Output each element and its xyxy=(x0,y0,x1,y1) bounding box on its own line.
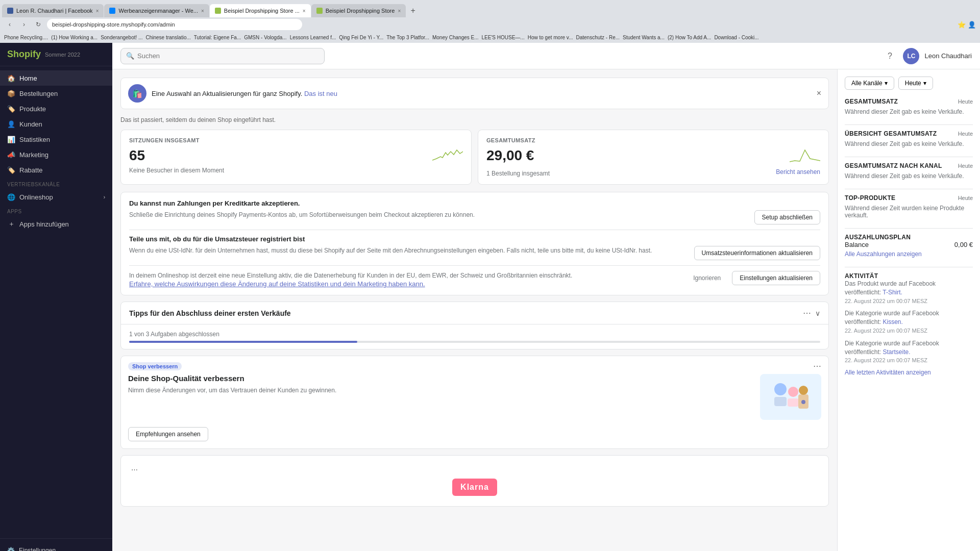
sidebar-item-einstellungen[interactable]: ⚙️ Einstellungen xyxy=(7,544,105,551)
bookmark-12[interactable]: How to get more v... xyxy=(528,35,573,40)
tab-close-1[interactable]: × xyxy=(96,8,99,14)
bookmark-3[interactable]: Sonderangebot! ... xyxy=(101,35,142,40)
sidebar-item-kunden-label: Kunden xyxy=(19,120,42,128)
bookmark-1[interactable]: Phone Recycling.... xyxy=(4,35,48,40)
sidebar-item-kunden[interactable]: 👤 Kunden xyxy=(0,116,112,132)
bookmark-7[interactable]: Lessons Learned f... xyxy=(290,35,336,40)
bookmark-10[interactable]: Money Changes E... xyxy=(432,35,479,40)
klarna-card: ⋯ Klarna xyxy=(120,455,829,507)
channel-filter-label: Alle Kanäle xyxy=(851,80,883,87)
cs-gesamtumsatz-header: GESAMTUMSATZ Heute xyxy=(845,98,973,105)
tips-chevron-button[interactable]: ∨ xyxy=(815,309,820,317)
sidebar-header: Shopify Sommer 2022 xyxy=(0,43,112,66)
tab-close-4[interactable]: × xyxy=(398,8,401,14)
setup-button[interactable]: Setup abschließen xyxy=(754,210,820,224)
tab-label-3: Beispiel Dropshipping Store ... xyxy=(224,8,300,14)
activity-link-2[interactable]: Kissen. xyxy=(883,318,903,325)
search-input[interactable] xyxy=(137,52,319,60)
notification-link[interactable]: Das ist neu xyxy=(304,90,337,97)
sidebar-item-marketing[interactable]: 📣 Marketing xyxy=(0,147,112,162)
activity-time-2: 22. August 2022 um 00:07 MESZ xyxy=(845,328,927,334)
bookmark-15[interactable]: (2) How To Add A... xyxy=(668,35,711,40)
cs-nach-kanal-date: Heute xyxy=(958,163,973,169)
svg-point-6 xyxy=(801,400,805,404)
notification-close-button[interactable]: × xyxy=(817,89,821,98)
recommendations-button[interactable]: Empfehlungen ansehen xyxy=(128,427,208,441)
tips-progress-fill xyxy=(129,341,357,343)
sidebar-item-rabatte[interactable]: 🏷️ Rabatte xyxy=(0,162,112,178)
improve-card-footer: Empfehlungen ansehen xyxy=(121,427,828,448)
expand-icon: › xyxy=(104,194,105,200)
settings-icon: ⚙️ xyxy=(7,547,15,551)
info-card-tax-text: Wenn du eine USt-IdNr. für dein Unterneh… xyxy=(129,246,652,255)
new-tab-button[interactable]: + xyxy=(406,4,420,17)
revenue-sparkline xyxy=(790,147,820,163)
tab-4[interactable]: Beispiel Dropshipping Store × xyxy=(311,4,406,17)
tab-close-3[interactable]: × xyxy=(303,8,306,14)
improve-card-title: Deine Shop-Qualität verbessern xyxy=(128,374,752,383)
info-card-payments: Du kannst nun Zahlungen per Kreditkarte … xyxy=(120,192,829,295)
cs-nach-kanal-sub: Während dieser Zeit gab es keine Verkäuf… xyxy=(845,172,973,180)
search-icon: 🔍 xyxy=(126,52,134,60)
tips-section-header: Tipps für den Abschluss deiner ersten Ve… xyxy=(121,302,828,324)
reload-button[interactable]: ↻ xyxy=(33,19,44,30)
tab-1[interactable]: Leon R. Chaudhari | Facebook × xyxy=(2,4,104,17)
stat-value-sessions: 65 xyxy=(129,147,145,164)
improve-card-body: Deine Shop-Qualität verbessern Nimm dies… xyxy=(121,374,828,427)
cs-top-produkte: TOP-PRODUKTE Heute Während dieser Zeit w… xyxy=(845,194,973,219)
marketing-icon: 📣 xyxy=(7,151,15,159)
sidebar-item-statistiken-label: Statistiken xyxy=(19,136,50,143)
tips-progress-info: 1 von 3 Aufgaben abgeschlossen xyxy=(129,331,820,338)
alle-auszahlungen-link[interactable]: Alle Auszahlungen anzeigen xyxy=(845,251,973,258)
cs-uebersicht: ÜBERSICHT GESAMTUMSATZ Heute Während die… xyxy=(845,130,973,147)
bookmark-2[interactable]: (1) How Working a... xyxy=(51,35,97,40)
bookmark-13[interactable]: Datenschutz - Re... xyxy=(576,35,620,40)
alle-aktivitaeten-link[interactable]: Alle letzten Aktivitäten anzeigen xyxy=(845,369,973,376)
bookmark-6[interactable]: GMSN - Vologda... xyxy=(244,35,286,40)
klarna-dots-button[interactable]: ⋯ xyxy=(131,466,138,473)
bookmark-11[interactable]: LEE'S HOUSE—... xyxy=(482,35,525,40)
ignore-button[interactable]: Ignorieren xyxy=(686,271,728,285)
improve-dots-button[interactable]: ⋯ xyxy=(813,361,821,371)
cs-gesamtumsatz-title: GESAMTUMSATZ xyxy=(845,98,898,105)
tab-2[interactable]: Werbeanzeigenmanager - We... × xyxy=(104,4,209,17)
tax-update-button[interactable]: Umsatzsteuerinformationen aktualisieren xyxy=(694,246,820,260)
sidebar-item-produkte[interactable]: 🏷️ Produkte xyxy=(0,101,112,116)
sidebar-item-apps-add[interactable]: ＋ Apps hinzufügen xyxy=(0,216,112,232)
bookmark-16[interactable]: Download - Cooki... xyxy=(714,35,758,40)
bookmark-9[interactable]: The Top 3 Platfor... xyxy=(386,35,429,40)
settings-update-button[interactable]: Einstellungen aktualisieren xyxy=(732,271,820,285)
activity-time-1: 22. August 2022 um 00:07 MESZ xyxy=(845,298,927,304)
tips-dots-button[interactable]: ⋯ xyxy=(803,308,811,318)
activity-link-3[interactable]: Startseite. xyxy=(883,348,911,356)
forward-button[interactable]: › xyxy=(18,19,30,30)
tab-3[interactable]: Beispiel Dropshipping Store ... × xyxy=(210,4,311,17)
sidebar-item-home[interactable]: 🏠 Home xyxy=(0,70,112,86)
channel-filter-button[interactable]: Alle Kanäle ▾ xyxy=(845,77,894,90)
sidebar-item-bestellungen[interactable]: 📦 Bestellungen xyxy=(0,86,112,101)
bookmark-8[interactable]: Qing Fei De Yi - Y... xyxy=(339,35,383,40)
activity-time-3: 22. August 2022 um 00:07 MESZ xyxy=(845,357,927,363)
sidebar-item-onlineshop[interactable]: 🌐 Onlineshop › xyxy=(0,189,112,205)
avatar[interactable]: LC xyxy=(903,48,919,64)
tab-close-2[interactable]: × xyxy=(201,8,204,14)
help-button[interactable]: ? xyxy=(881,48,898,64)
bookmark-4[interactable]: Chinese translatio... xyxy=(145,35,190,40)
activity-link-1[interactable]: T-Shirt. xyxy=(883,289,902,296)
sidebar-item-statistiken[interactable]: 📊 Statistiken xyxy=(0,132,112,147)
bookmark-14[interactable]: Student Wants a... xyxy=(623,35,665,40)
stat-value-revenue: 29,00 € xyxy=(486,147,534,164)
stat-card-revenue: GESAMTUMSATZ 29,00 € 1 Bestellung insges… xyxy=(478,130,829,185)
gdpr-link[interactable]: Erfahre, welche Auswirkungen diese Änder… xyxy=(129,280,425,288)
address-input[interactable]: beispiel-dropshipping-store.myshopify.co… xyxy=(47,19,302,30)
back-button[interactable]: ‹ xyxy=(4,19,15,30)
search-bar[interactable]: 🔍 xyxy=(120,48,325,64)
report-link[interactable]: Bericht ansehen xyxy=(776,168,820,176)
cs-top-produkte-title: TOP-PRODUKTE xyxy=(845,194,895,202)
bookmarks-bar: Phone Recycling.... (1) How Working a...… xyxy=(0,32,980,43)
date-filter-button[interactable]: Heute ▾ xyxy=(898,77,933,90)
onlineshop-icon: 🌐 xyxy=(7,193,15,201)
cs-divider-5 xyxy=(845,267,973,267)
activity-item-1: Das Produkt wurde auf Facebook veröffent… xyxy=(845,280,973,305)
bookmark-5[interactable]: Tutorial: Eigene Fa... xyxy=(194,35,241,40)
